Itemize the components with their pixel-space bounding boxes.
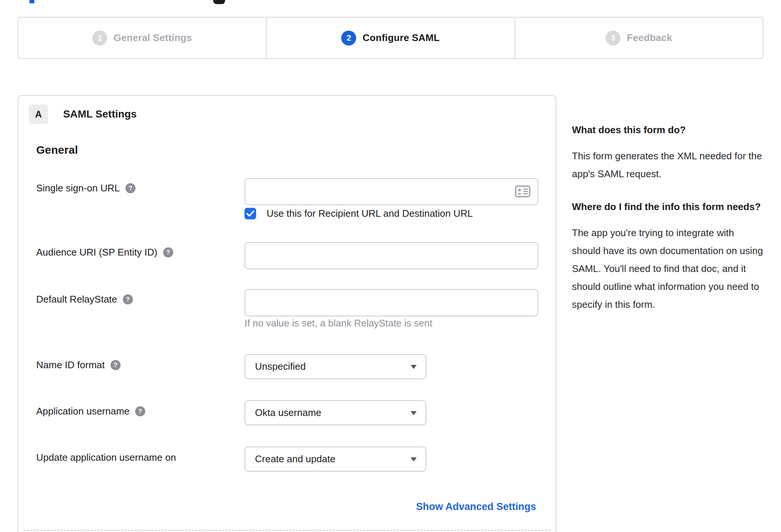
help-icon[interactable]: ?: [123, 294, 133, 304]
app-username-label-row: Application username ?: [36, 406, 145, 417]
update-username-value: Create and update: [255, 453, 335, 465]
dropdown-arrow-icon: [411, 411, 417, 415]
update-username-label-row: Update application username on: [36, 452, 176, 463]
name-id-format-label: Name ID format: [36, 359, 105, 371]
help-icon[interactable]: ?: [125, 183, 136, 193]
check-icon: [246, 210, 254, 217]
app-username-select[interactable]: Okta username: [245, 400, 426, 425]
contact-card-icon: [515, 185, 530, 197]
help-icon[interactable]: ?: [135, 406, 145, 416]
sidebar-heading-1: What does this form do?: [572, 122, 765, 137]
app-username-value: Okta username: [255, 407, 321, 419]
step-configure-saml[interactable]: 2 Configure SAML: [266, 18, 514, 58]
step-number-badge: 3: [606, 31, 620, 46]
recipient-url-checkbox-label[interactable]: Use this for Recipient URL and Destinati…: [267, 208, 473, 219]
saml-settings-card: A SAML Settings General Single sign-on U…: [18, 95, 556, 532]
name-id-format-label-row: Name ID format ?: [36, 359, 121, 371]
step-number-badge: 2: [341, 31, 356, 46]
relaystate-hint: If no value is set, a blank RelayState i…: [245, 317, 432, 329]
relaystate-input[interactable]: [245, 289, 538, 316]
help-sidebar: What does this form do? This form genera…: [572, 122, 765, 330]
help-icon[interactable]: ?: [111, 360, 121, 370]
step-label: Feedback: [627, 32, 672, 44]
section-title: SAML Settings: [63, 108, 137, 120]
section-a-badge: A: [29, 104, 48, 124]
cutoff-dark-fragment: [213, 0, 225, 4]
general-group-title: General: [36, 144, 78, 156]
recipient-url-checkbox[interactable]: [245, 208, 256, 219]
sidebar-paragraph-1: This form generates the XML needed for t…: [572, 147, 765, 183]
sso-url-label: Single sign-on URL: [36, 182, 120, 194]
step-general-settings[interactable]: 1 General Settings: [18, 18, 266, 58]
relaystate-label: Default RelayState: [36, 294, 117, 305]
step-label: Configure SAML: [363, 32, 439, 44]
recipient-url-checkbox-row: Use this for Recipient URL and Destinati…: [245, 208, 473, 219]
dropdown-arrow-icon: [411, 457, 417, 461]
step-number-badge: 1: [92, 31, 107, 46]
step-label: General Settings: [113, 32, 192, 44]
app-username-label: Application username: [36, 406, 130, 417]
help-icon[interactable]: ?: [163, 247, 173, 257]
update-username-select[interactable]: Create and update: [245, 447, 426, 472]
sso-url-label-row: Single sign-on URL ?: [36, 182, 136, 194]
audience-uri-label-row: Audience URI (SP Entity ID) ?: [36, 247, 173, 258]
show-advanced-settings-link[interactable]: Show Advanced Settings: [416, 501, 536, 513]
wizard-stepper: 1 General Settings 2 Configure SAML 3 Fe…: [18, 17, 763, 59]
audience-uri-label: Audience URI (SP Entity ID): [36, 247, 158, 258]
sso-url-input[interactable]: [245, 178, 538, 205]
update-username-label: Update application username on: [36, 452, 176, 463]
step-feedback[interactable]: 3 Feedback: [514, 18, 763, 58]
name-id-format-value: Unspecified: [255, 361, 306, 372]
cutoff-blue-fragment: [29, 0, 34, 3]
sidebar-paragraph-2: The app you're trying to integrate with …: [572, 224, 765, 313]
section-header: A SAML Settings: [29, 104, 137, 124]
section-dashed-divider: [24, 530, 550, 531]
audience-uri-input[interactable]: [245, 242, 538, 269]
relaystate-label-row: Default RelayState ?: [36, 294, 133, 305]
name-id-format-select[interactable]: Unspecified: [245, 354, 426, 379]
sidebar-heading-2: Where do I find the info this form needs…: [572, 199, 765, 214]
dropdown-arrow-icon: [411, 365, 417, 369]
